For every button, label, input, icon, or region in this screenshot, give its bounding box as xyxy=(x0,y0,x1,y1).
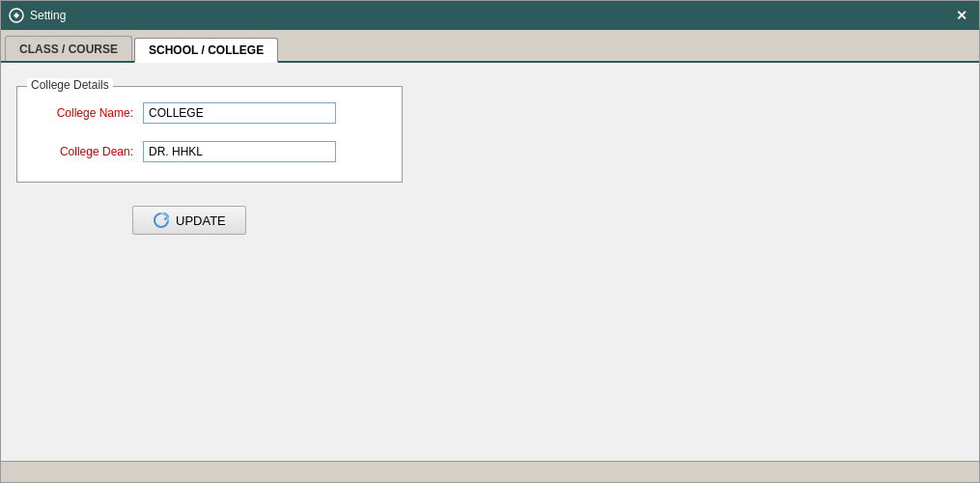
update-btn-container: UPDATE xyxy=(132,206,964,235)
app-icon xyxy=(9,8,24,23)
college-name-label: College Name: xyxy=(37,106,133,120)
tab-class-course[interactable]: CLASS / COURSE xyxy=(5,36,132,61)
college-dean-input[interactable] xyxy=(143,141,336,162)
update-label: UPDATE xyxy=(176,213,226,228)
college-name-input[interactable] xyxy=(143,102,336,124)
title-bar-left: Setting xyxy=(9,8,66,23)
college-details-box: College Details College Name: College De… xyxy=(16,86,403,183)
main-window: Setting ✕ CLASS / COURSE SCHOOL / COLLEG… xyxy=(0,0,980,483)
bottom-bar xyxy=(1,461,979,482)
close-button[interactable]: ✕ xyxy=(952,6,971,25)
college-dean-row: College Dean: xyxy=(37,141,382,162)
title-bar: Setting ✕ xyxy=(1,1,979,30)
window-title: Setting xyxy=(30,9,66,22)
college-details-legend: College Details xyxy=(27,78,113,92)
refresh-icon xyxy=(153,212,170,229)
content-area: College Details College Name: College De… xyxy=(1,63,979,461)
tab-bar: CLASS / COURSE SCHOOL / COLLEGE xyxy=(1,30,979,63)
college-name-row: College Name: xyxy=(37,102,382,124)
update-button[interactable]: UPDATE xyxy=(132,206,246,235)
tab-school-college[interactable]: SCHOOL / COLLEGE xyxy=(134,38,278,63)
college-dean-label: College Dean: xyxy=(37,145,133,158)
